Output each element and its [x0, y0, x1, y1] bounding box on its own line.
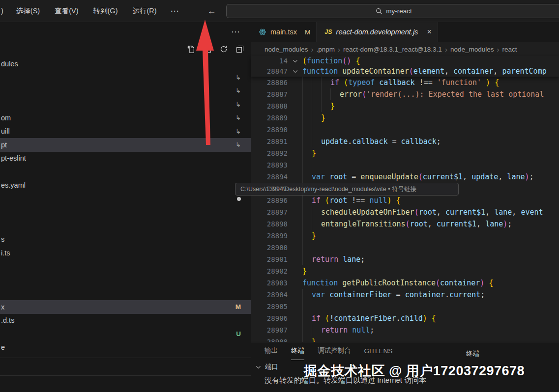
tab-react-dom-development-js[interactable]: JS react-dom.development.js × — [317, 22, 438, 42]
code-line[interactable]: 28906if (!containerFiber.child) { — [251, 312, 559, 324]
code-token: callback — [379, 77, 414, 88]
indent-guide — [321, 77, 330, 88]
code-token: { — [396, 195, 401, 206]
gutter — [288, 88, 302, 100]
code-line[interactable]: 28890 — [251, 124, 559, 136]
chevron-down-icon — [256, 364, 261, 370]
code-line[interactable]: 28899} — [251, 230, 559, 242]
indent-guide — [302, 206, 312, 218]
code-token: return — [321, 324, 348, 336]
breadcrumb-item[interactable]: react — [502, 46, 517, 53]
explorer-row[interactable] — [0, 260, 251, 274]
explorer-row[interactable] — [0, 165, 251, 179]
explorer-row[interactable] — [0, 287, 251, 301]
code-token: . — [348, 136, 352, 147]
explorer-row[interactable]: i.ts — [0, 246, 251, 260]
indent-guide — [321, 100, 330, 112]
explorer-row[interactable]: xM — [0, 300, 251, 314]
explorer-row[interactable] — [0, 192, 251, 206]
menu-item[interactable]: 选择(S) — [16, 6, 40, 16]
explorer-row[interactable]: .d.ts — [0, 314, 251, 328]
explorer-row[interactable]: e — [0, 341, 251, 355]
explorer-row[interactable]: pt-eslint — [0, 152, 251, 166]
menu-item[interactable]: 运行(R) — [132, 6, 156, 16]
code-token: ) — [387, 195, 392, 206]
gutter — [288, 253, 302, 265]
code-token — [351, 56, 355, 66]
terminal-picker-label[interactable]: 终端 — [466, 349, 479, 358]
breadcrumb-item[interactable]: react-dom@18.3.1_react@18.3.1 — [343, 46, 442, 53]
code-token: { — [495, 77, 499, 88]
code-line[interactable]: 28908} — [251, 336, 559, 342]
explorer-row[interactable] — [0, 206, 251, 220]
code-line[interactable]: 28888} — [251, 100, 559, 112]
code-line[interactable]: 28893 — [251, 159, 559, 171]
line-number: 14 — [251, 56, 288, 66]
code-line[interactable]: 28889} — [251, 112, 559, 124]
explorer-row[interactable] — [0, 219, 251, 233]
explorer-row[interactable]: es.yaml — [0, 179, 251, 193]
code-line[interactable]: 28897scheduleUpdateOnFiber(root, current… — [251, 206, 559, 218]
panel-tab-GITLENS[interactable]: GITLENS — [364, 342, 393, 360]
code-text: } — [302, 100, 335, 112]
code-line[interactable]: 28907return null; — [251, 324, 559, 336]
indent-guide — [302, 112, 312, 124]
code-token: if — [330, 77, 339, 88]
code-token: containerFiber — [334, 312, 396, 324]
panel-tab-输出[interactable]: 输出 — [265, 342, 278, 360]
code-line[interactable]: 28902} — [251, 265, 559, 277]
code-line[interactable]: 28903function getPublicRootInstance(cont… — [251, 277, 559, 289]
code-line[interactable]: 28891update.callback = callback; — [251, 136, 559, 147]
code-line[interactable]: 28894var root = enqueueUpdate(current$1,… — [251, 171, 559, 183]
code-line[interactable]: 28900 — [251, 242, 559, 253]
code-line[interactable]: 28886if (typeof callback !== 'function' … — [251, 77, 559, 88]
code-token: , — [444, 66, 453, 77]
indent-guide — [302, 218, 312, 230]
indent-guide — [302, 312, 312, 324]
breadcrumb-item[interactable]: .pnpm — [317, 46, 335, 53]
breadcrumb-item[interactable]: node_modules — [450, 46, 494, 53]
code-token: typeof — [348, 77, 375, 88]
indent-guide — [312, 136, 321, 147]
explorer-more-icon[interactable]: ⋯ — [231, 27, 240, 37]
panel-tab-调试控制台[interactable]: 调试控制台 — [318, 342, 351, 360]
back-arrow-icon[interactable]: ← — [207, 6, 216, 16]
panel-tab-终端[interactable]: 终端 — [291, 342, 304, 360]
line-number: 28897 — [251, 206, 288, 218]
breadcrumb-item[interactable]: node_modules — [265, 46, 308, 53]
code-line[interactable]: 28905 — [251, 301, 559, 312]
menu-item-fragment[interactable]: ) — [1, 7, 3, 15]
sticky-scroll: 14(function() {28847function updateConta… — [251, 56, 559, 77]
close-tab-icon[interactable]: × — [427, 28, 431, 36]
code-token: = — [392, 289, 405, 301]
code-token: , — [485, 206, 494, 218]
fold-button[interactable] — [288, 66, 302, 77]
indent-guide — [312, 124, 321, 136]
titlebar-more-icon[interactable]: ⋯ — [171, 6, 180, 16]
code-area[interactable]: 28886if (typeof callback !== 'function' … — [251, 77, 559, 342]
code-token — [481, 77, 486, 88]
code-line[interactable]: 28887error('render(...): Expected the la… — [251, 88, 559, 100]
code-line[interactable]: 28892} — [251, 147, 559, 159]
code-line[interactable]: 28901return lane; — [251, 253, 559, 265]
fold-button[interactable] — [288, 56, 302, 66]
code-token: current$1 — [423, 171, 463, 183]
command-center-search[interactable]: my-react — [226, 4, 559, 18]
code-line[interactable]: 28896if (root !== null) { — [251, 195, 559, 206]
tab-main-tsx[interactable]: main.tsx M — [251, 22, 317, 42]
menu-item[interactable]: 查看(V) — [55, 6, 78, 16]
menu-item[interactable]: 转到(G) — [93, 6, 118, 16]
code-token: } — [321, 112, 325, 124]
code-token: child — [401, 312, 423, 324]
collapse-all-button[interactable] — [235, 44, 245, 54]
refresh-button[interactable] — [219, 44, 229, 54]
code-line[interactable]: 28898entangleTransitions(root, current$1… — [251, 218, 559, 230]
code-text: function updateContainer(element, contai… — [302, 66, 547, 77]
explorer-row[interactable]: U — [0, 327, 251, 341]
explorer-row[interactable] — [0, 273, 251, 287]
explorer-row[interactable]: s — [0, 233, 251, 247]
code-token: ; — [480, 289, 485, 301]
indent-guide — [302, 159, 312, 171]
line-number: 28900 — [251, 242, 288, 253]
code-line[interactable]: 28904var containerFiber = container.curr… — [251, 289, 559, 301]
